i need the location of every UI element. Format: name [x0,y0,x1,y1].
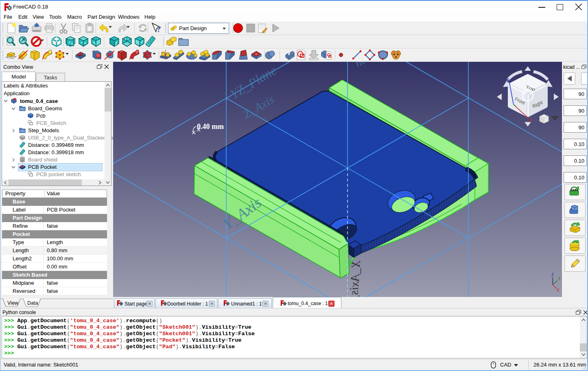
svg-text:0.40 mm: 0.40 mm [197,122,224,131]
svg-text:X: X [529,118,532,123]
svg-text:Z: Z [507,78,509,83]
svg-text:Z: Z [551,273,554,277]
svg-text:X: X [557,288,560,292]
svg-text:Y: Y [558,277,561,281]
svg-text:Data: Data [27,300,38,306]
svg-text:?: ? [157,25,161,34]
svg-text:View: View [7,300,19,306]
svg-text:X_Axis_: X_Axis_ [346,260,363,297]
